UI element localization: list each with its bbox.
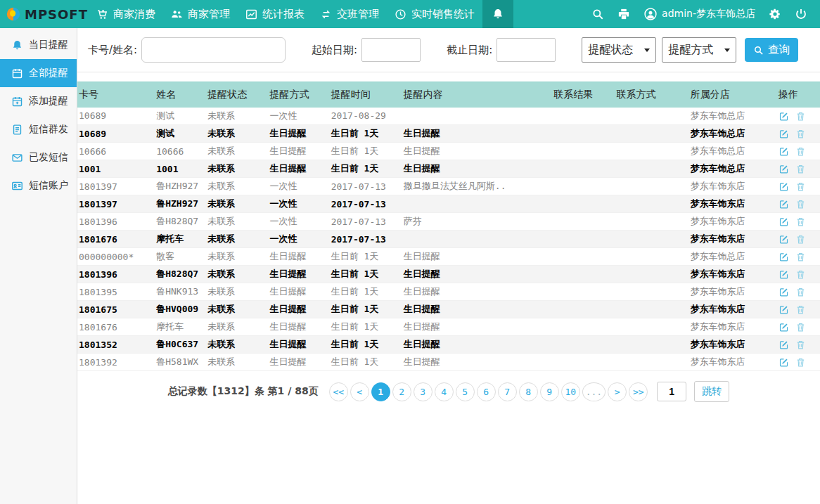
page-button-6[interactable]: 6 (477, 382, 496, 401)
edit-button[interactable] (779, 111, 789, 122)
sidebar-item-all-reminders[interactable]: 全部提醒 (0, 59, 77, 87)
delete-button[interactable] (795, 146, 806, 157)
id-card-icon (11, 180, 23, 192)
page-button-9[interactable]: 9 (540, 382, 559, 401)
card-name-input[interactable] (141, 37, 286, 63)
delete-button[interactable] (795, 129, 806, 139)
edit-button[interactable] (779, 304, 789, 315)
bell-icon (11, 39, 23, 51)
branch-cell: 梦东车饰总店 (689, 125, 777, 143)
page-button-3[interactable]: 3 (414, 382, 433, 401)
power-icon[interactable] (795, 8, 807, 20)
nav-item-stats-report[interactable]: 统计报表 (238, 0, 312, 28)
next-page-button[interactable]: > (608, 382, 627, 401)
remind-status-cell: 未联系 (206, 318, 268, 336)
delete-button[interactable] (795, 199, 806, 209)
jump-page-input[interactable] (657, 382, 686, 401)
name-cell: 鲁H0C637 (155, 336, 206, 354)
remind-content-cell: 撒旦撒旦法艾丝凡阿斯.. (402, 178, 552, 195)
edit-button[interactable] (779, 181, 789, 192)
page-button-1[interactable]: 1 (371, 382, 390, 401)
first-page-button[interactable]: << (329, 382, 348, 401)
last-page-button[interactable]: >> (629, 382, 648, 401)
query-button-label: 查询 (768, 43, 790, 58)
delete-button[interactable] (795, 340, 806, 350)
delete-button[interactable] (795, 234, 806, 245)
nav-item-merchant-consume[interactable]: 商家消费 (89, 0, 163, 28)
remind-status-select[interactable]: 提醒状态 (582, 37, 656, 63)
sidebar-item-today-reminders[interactable]: 当日提醒 (0, 31, 77, 59)
remind-status-cell: 未联系 (206, 143, 268, 160)
cart-icon (96, 8, 108, 20)
user-name: admin-梦东车饰总店 (662, 8, 755, 20)
page-button-7[interactable]: 7 (498, 382, 517, 401)
remind-method-cell: 生日提醒 (268, 143, 329, 160)
contact-result-cell (552, 178, 615, 195)
query-button[interactable]: 查询 (745, 38, 798, 62)
printer-icon[interactable] (617, 8, 630, 20)
start-date-input[interactable] (361, 38, 421, 62)
delete-button[interactable] (795, 322, 806, 332)
sidebar-item-add-reminder[interactable]: 添加提醒 (0, 87, 77, 115)
table-row: 1801352鲁H0C637未联系生日提醒生日前 1天生日提醒梦东车饰东店 (77, 336, 820, 354)
gear-icon[interactable] (769, 8, 781, 20)
edit-button[interactable] (779, 269, 789, 280)
page-button-8[interactable]: 8 (519, 382, 538, 401)
search-icon[interactable] (591, 8, 604, 20)
edit-button[interactable] (779, 146, 789, 157)
jump-button[interactable]: 跳转 (694, 381, 729, 402)
edit-button[interactable] (779, 340, 789, 350)
remind-method-select[interactable]: 提醒方式 (662, 37, 736, 63)
prev-page-button[interactable]: < (350, 382, 369, 401)
nav-item-shift-manage[interactable]: 交班管理 (312, 0, 387, 28)
contact-result-cell (552, 125, 615, 143)
delete-button[interactable] (795, 304, 806, 315)
edit-button[interactable] (779, 357, 789, 368)
page-button-2[interactable]: 2 (392, 382, 411, 401)
edit-button[interactable] (779, 252, 789, 262)
sidebar-item-sms-bulk[interactable]: 短信群发 (0, 115, 77, 143)
more-pages-button[interactable]: ... (582, 382, 606, 401)
envelope-icon (11, 152, 23, 164)
remind-status-cell: 未联系 (206, 248, 268, 266)
sidebar-item-sms-account[interactable]: 短信账户 (0, 172, 77, 200)
name-cell: 测试 (155, 125, 206, 143)
user-menu[interactable]: admin-梦东车饰总店 (643, 7, 755, 21)
nav-item-merchant-manage[interactable]: 商家管理 (163, 0, 238, 28)
delete-button[interactable] (795, 164, 806, 174)
edit-button[interactable] (779, 217, 789, 227)
delete-button[interactable] (795, 287, 806, 297)
sidebar-item-sent-sms[interactable]: 已发短信 (0, 143, 77, 172)
edit-button[interactable] (779, 234, 789, 245)
page-button-5[interactable]: 5 (456, 382, 475, 401)
contact-result-cell (552, 248, 615, 266)
delete-button[interactable] (795, 217, 806, 227)
delete-button[interactable] (795, 357, 806, 368)
remind-status-cell: 未联系 (206, 213, 268, 231)
nav-item-label: 商家管理 (188, 8, 230, 21)
nav-item-realtime-sales[interactable]: 实时销售统计 (387, 0, 482, 28)
card-number-cell: 10689 (77, 108, 155, 125)
delete-button[interactable] (795, 252, 806, 262)
remind-status-cell: 未联系 (206, 301, 268, 318)
contact-method-cell (615, 160, 688, 178)
edit-button[interactable] (779, 129, 789, 139)
delete-button[interactable] (795, 269, 806, 280)
end-date-input[interactable] (497, 38, 556, 62)
contact-method-cell (615, 213, 688, 231)
branch-cell: 梦东车饰东店 (689, 318, 777, 336)
edit-button[interactable] (779, 322, 789, 332)
notifications-button[interactable] (482, 0, 513, 28)
card-number-cell: 10666 (77, 143, 155, 160)
branch-cell: 梦东车饰总店 (689, 248, 777, 266)
page-button-4[interactable]: 4 (435, 382, 454, 401)
page-button-10[interactable]: 10 (561, 382, 580, 401)
delete-button[interactable] (795, 181, 806, 192)
page-buttons: <<<12345678910...>>> (329, 382, 648, 401)
bell-icon (492, 8, 504, 20)
edit-button[interactable] (779, 164, 789, 174)
remind-method-cell: 一次性 (268, 213, 329, 231)
delete-button[interactable] (795, 111, 806, 122)
edit-button[interactable] (779, 287, 789, 297)
edit-button[interactable] (779, 199, 789, 209)
